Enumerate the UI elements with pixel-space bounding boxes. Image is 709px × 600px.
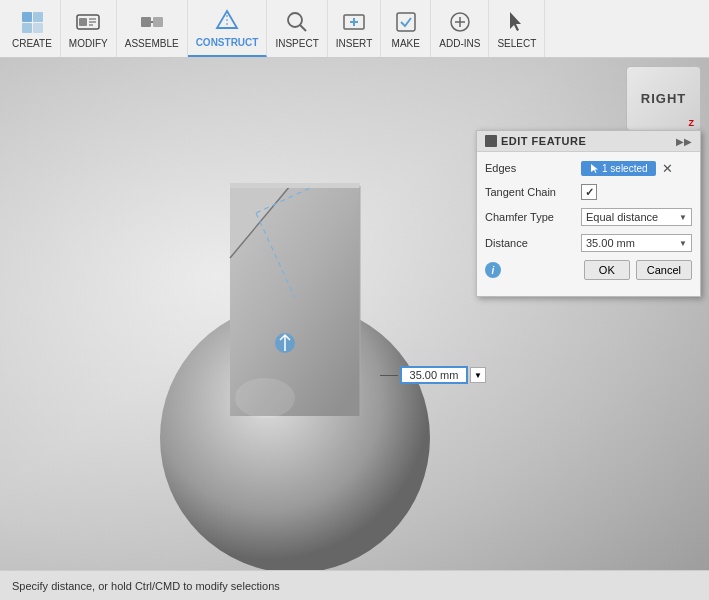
addins-icon [446, 8, 474, 36]
svg-rect-9 [141, 17, 151, 27]
cursor-icon [589, 163, 599, 173]
select-label: SELECT [497, 38, 536, 49]
create-icon [18, 8, 46, 36]
svg-marker-37 [591, 164, 598, 173]
main-canvas[interactable]: RIGHT Z ▼ EDIT FEATURE ▶▶ Edges [0, 58, 709, 600]
view-cube[interactable]: RIGHT Z [626, 66, 701, 131]
distance-value: 35.00 mm ▼ [581, 234, 692, 252]
distance-dropdown-arrow[interactable]: ▼ [470, 367, 486, 383]
info-button[interactable]: i [485, 262, 501, 278]
make-icon [392, 8, 420, 36]
svg-rect-20 [397, 13, 415, 31]
svg-marker-24 [510, 12, 521, 31]
edges-value-container: 1 selected ✕ [581, 160, 692, 176]
svg-rect-2 [22, 23, 32, 33]
tangent-chain-label: Tangent Chain [485, 186, 575, 198]
panel-title: EDIT FEATURE [501, 135, 586, 147]
chamfer-dropdown-arrow-icon: ▼ [679, 213, 687, 222]
axis-label: Z [689, 118, 695, 128]
svg-rect-10 [153, 17, 163, 27]
chamfer-type-value: Equal distance ▼ [581, 208, 692, 226]
distance-line [380, 375, 398, 376]
distance-unit-arrow-icon: ▼ [679, 239, 687, 248]
view-cube-label: RIGHT [641, 91, 686, 106]
make-label: MAKE [392, 38, 420, 49]
distance-row: Distance 35.00 mm ▼ [485, 234, 692, 252]
edges-selected-badge[interactable]: 1 selected [581, 161, 656, 176]
tangent-chain-row: Tangent Chain ✓ [485, 184, 692, 200]
distance-label: Distance [485, 237, 575, 249]
toolbar-group-addins[interactable]: ADD-INS [431, 0, 489, 57]
toolbar: CREATE MODIFY ASSEMBLE [0, 0, 709, 58]
toolbar-group-inspect[interactable]: INSPECT [267, 0, 327, 57]
checkbox-check-icon: ✓ [585, 186, 594, 199]
edges-row: Edges 1 selected ✕ [485, 160, 692, 176]
edit-feature-panel: EDIT FEATURE ▶▶ Edges 1 selected ✕ [476, 130, 701, 297]
distance-field[interactable]: 35.00 mm ▼ [581, 234, 692, 252]
distance-canvas-input[interactable] [400, 366, 468, 384]
view-indicator: RIGHT Z [621, 66, 701, 136]
svg-point-36 [235, 378, 295, 418]
tangent-chain-checkbox[interactable]: ✓ [581, 184, 597, 200]
statusbar-message: Specify distance, or hold Ctrl/CMD to mo… [12, 580, 280, 592]
svg-rect-3 [33, 23, 43, 33]
modify-icon [74, 8, 102, 36]
inspect-label: INSPECT [275, 38, 318, 49]
edges-clear-button[interactable]: ✕ [660, 160, 676, 176]
chamfer-type-label: Chamfer Type [485, 211, 575, 223]
construct-icon [213, 7, 241, 35]
distance-value-text: 35.00 mm [586, 237, 635, 249]
toolbar-group-construct[interactable]: CONSTRUCT [188, 0, 268, 57]
toolbar-group-create[interactable]: CREATE [4, 0, 61, 57]
action-row: i OK Cancel [485, 260, 692, 280]
ok-button[interactable]: OK [584, 260, 630, 280]
assemble-label: ASSEMBLE [125, 38, 179, 49]
toolbar-group-modify[interactable]: MODIFY [61, 0, 117, 57]
svg-rect-0 [22, 12, 32, 22]
svg-rect-5 [79, 18, 87, 26]
addins-label: ADD-INS [439, 38, 480, 49]
panel-buttons: OK Cancel [507, 260, 692, 280]
toolbar-group-assemble[interactable]: ASSEMBLE [117, 0, 188, 57]
chamfer-type-row: Chamfer Type Equal distance ▼ [485, 208, 692, 226]
panel-expand-button[interactable]: ▶▶ [676, 136, 692, 147]
select-icon [503, 8, 531, 36]
distance-label-container: ▼ [380, 366, 486, 384]
panel-header-icon [485, 135, 497, 147]
edges-label: Edges [485, 162, 575, 174]
edges-selected-count: 1 selected [602, 163, 648, 174]
panel-header: EDIT FEATURE ▶▶ [477, 131, 700, 152]
toolbar-group-select[interactable]: SELECT [489, 0, 545, 57]
insert-icon [340, 8, 368, 36]
svg-rect-31 [230, 183, 360, 188]
assemble-icon [138, 8, 166, 36]
inspect-icon [283, 8, 311, 36]
construct-label: CONSTRUCT [196, 37, 259, 48]
statusbar: Specify distance, or hold Ctrl/CMD to mo… [0, 570, 709, 600]
tangent-chain-value: ✓ [581, 184, 692, 200]
modify-label: MODIFY [69, 38, 108, 49]
toolbar-group-make[interactable]: MAKE [381, 0, 431, 57]
cancel-button[interactable]: Cancel [636, 260, 692, 280]
insert-label: INSERT [336, 38, 373, 49]
chamfer-type-option: Equal distance [586, 211, 658, 223]
svg-line-16 [300, 25, 306, 31]
toolbar-group-insert[interactable]: INSERT [328, 0, 382, 57]
svg-rect-1 [33, 12, 43, 22]
svg-point-15 [288, 13, 302, 27]
chamfer-type-dropdown[interactable]: Equal distance ▼ [581, 208, 692, 226]
panel-body: Edges 1 selected ✕ Tangent Chain ✓ [477, 152, 700, 296]
create-label: CREATE [12, 38, 52, 49]
